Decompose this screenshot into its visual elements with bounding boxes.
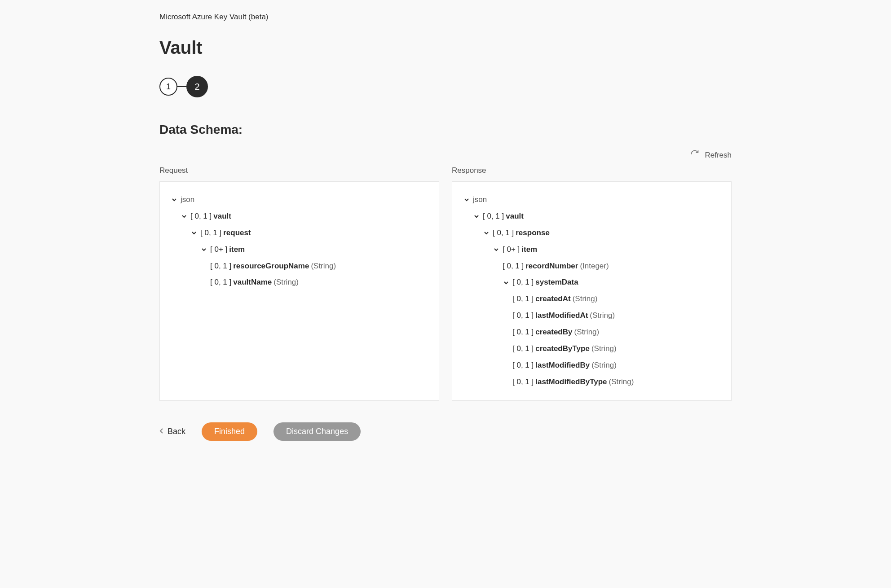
cardinality: [ 0, 1 ]: [493, 227, 514, 240]
tree-row: json: [463, 192, 720, 208]
chevron-down-icon[interactable]: [181, 213, 188, 220]
cardinality: [ 0, 1 ]: [512, 376, 534, 389]
tree-row: [ 0, 1 ] lastModifiedBy (String): [463, 357, 720, 374]
finished-button[interactable]: Finished: [202, 422, 257, 441]
tree-row: [ 0, 1 ] response: [463, 225, 720, 241]
tree-node-type: (String): [573, 293, 598, 306]
tree-node-label: vault: [506, 210, 524, 223]
cardinality: [ 0, 1 ]: [210, 260, 231, 273]
tree-row: [ 0, 1 ] resourceGroupName (String): [171, 258, 428, 275]
tree-row: [ 0, 1 ] vault: [171, 208, 428, 225]
tree-node-label: createdAt: [535, 293, 570, 306]
tree-node-label: json: [181, 193, 194, 206]
cardinality: [ 0+ ]: [503, 243, 520, 256]
tree-row: [ 0, 1 ] recordNumber (Integer): [463, 258, 720, 275]
cardinality: [ 0, 1 ]: [512, 326, 534, 339]
tree-node-type: (String): [311, 260, 336, 273]
chevron-down-icon[interactable]: [171, 196, 178, 203]
tree-node-label: item: [521, 243, 537, 256]
discard-changes-button[interactable]: Discard Changes: [273, 422, 361, 441]
tree-node-label: recordNumber: [525, 260, 578, 273]
response-panel: json [ 0, 1 ] vault [ 0, 1 ] response: [452, 181, 732, 401]
cardinality: [ 0, 1 ]: [512, 293, 534, 306]
cardinality: [ 0+ ]: [210, 243, 227, 256]
tree-node-label: lastModifiedAt: [535, 309, 588, 322]
chevron-down-icon[interactable]: [473, 213, 480, 220]
refresh-icon: [690, 149, 699, 161]
tree-row: [ 0+ ] item: [463, 241, 720, 258]
chevron-down-icon[interactable]: [463, 196, 470, 203]
step-2[interactable]: 2: [186, 76, 208, 97]
page-title: Vault: [159, 38, 732, 58]
cardinality: [ 0, 1 ]: [200, 227, 221, 240]
tree-node-label: createdBy: [535, 326, 572, 339]
tree-node-label: json: [473, 193, 487, 206]
tree-node-label: request: [223, 227, 251, 240]
chevron-down-icon[interactable]: [493, 246, 500, 253]
cardinality: [ 0, 1 ]: [483, 210, 504, 223]
chevron-down-icon[interactable]: [503, 279, 510, 286]
tree-node-label: createdByType: [535, 342, 590, 355]
tree-row: json: [171, 192, 428, 208]
cardinality: [ 0, 1 ]: [512, 276, 534, 289]
tree-node-type: (String): [273, 276, 299, 289]
tree-node-label: resourceGroupName: [233, 260, 309, 273]
tree-row: [ 0, 1 ] request: [171, 225, 428, 241]
tree-node-label: response: [516, 227, 550, 240]
back-button[interactable]: Back: [159, 427, 185, 436]
tree-row: [ 0, 1 ] createdAt (String): [463, 291, 720, 307]
tree-node-type: (String): [591, 342, 617, 355]
request-panel-label: Request: [159, 166, 439, 175]
tree-row: [ 0, 1 ] vaultName (String): [171, 274, 428, 291]
breadcrumb-link[interactable]: Microsoft Azure Key Vault (beta): [159, 13, 269, 22]
cardinality: [ 0, 1 ]: [512, 359, 534, 372]
tree-row: [ 0, 1 ] vault: [463, 208, 720, 225]
tree-row: [ 0+ ] item: [171, 241, 428, 258]
cardinality: [ 0, 1 ]: [210, 276, 231, 289]
tree-row: [ 0, 1 ] createdByType (String): [463, 341, 720, 357]
tree-node-label: lastModifiedByType: [535, 376, 607, 389]
chevron-left-icon: [159, 427, 164, 436]
tree-node-label: vaultName: [233, 276, 272, 289]
cardinality: [ 0, 1 ]: [503, 260, 524, 273]
tree-row: [ 0, 1 ] systemData: [463, 274, 720, 291]
refresh-label: Refresh: [705, 151, 732, 160]
tree-node-label: systemData: [535, 276, 578, 289]
tree-node-type: (String): [591, 359, 617, 372]
cardinality: [ 0, 1 ]: [512, 342, 534, 355]
tree-node-type: (String): [574, 326, 599, 339]
back-label: Back: [168, 427, 185, 436]
response-panel-label: Response: [452, 166, 732, 175]
refresh-button[interactable]: Refresh: [159, 149, 732, 161]
stepper: 1 2: [159, 76, 732, 97]
request-panel: json [ 0, 1 ] vault [ 0, 1 ] request: [159, 181, 439, 401]
chevron-down-icon[interactable]: [200, 246, 207, 253]
section-title: Data Schema:: [159, 123, 732, 137]
tree-node-type: (String): [590, 309, 615, 322]
chevron-down-icon[interactable]: [483, 229, 490, 237]
tree-row: [ 0, 1 ] lastModifiedAt (String): [463, 307, 720, 324]
step-1[interactable]: 1: [159, 78, 177, 96]
tree-row: [ 0, 1 ] lastModifiedByType (String): [463, 374, 720, 391]
step-connector: [177, 86, 186, 87]
cardinality: [ 0, 1 ]: [512, 309, 534, 322]
tree-node-label: lastModifiedBy: [535, 359, 590, 372]
chevron-down-icon[interactable]: [190, 229, 198, 237]
tree-node-label: item: [229, 243, 245, 256]
tree-node-type: (Integer): [580, 260, 609, 273]
tree-node-type: (String): [609, 376, 634, 389]
tree-node-label: vault: [213, 210, 231, 223]
tree-row: [ 0, 1 ] createdBy (String): [463, 324, 720, 341]
cardinality: [ 0, 1 ]: [190, 210, 212, 223]
